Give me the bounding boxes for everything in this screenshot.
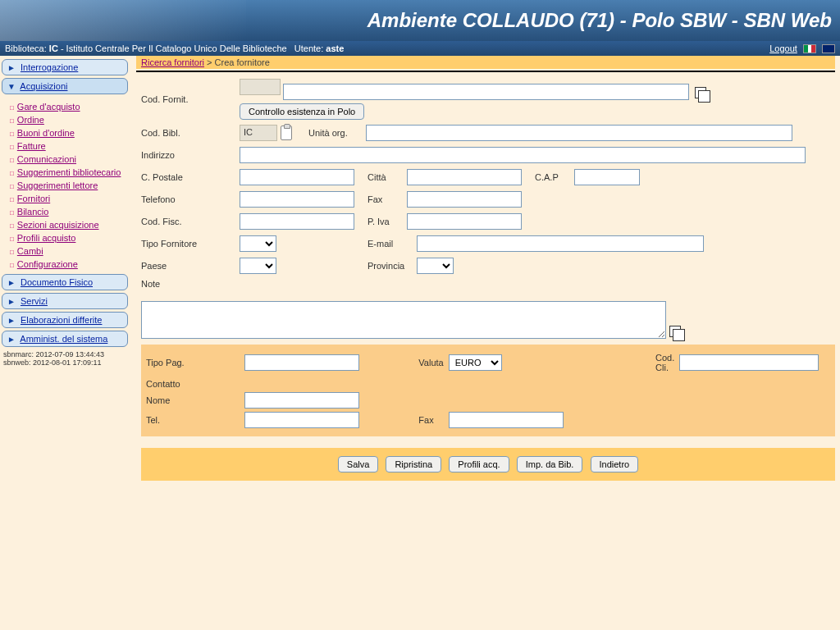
logout-link[interactable]: Logout [769,43,797,53]
flag-en-icon[interactable] [822,44,835,53]
label-fax: Fax [368,194,407,204]
valuta-select[interactable]: EURO [449,354,502,371]
contact-block: Tipo Pag. Valuta EURO Cod. Cli. Contatto… [141,345,835,436]
note-textarea[interactable] [141,301,666,339]
submenu-gare[interactable]: Gare d'acquisto [17,102,80,112]
paese-select[interactable] [240,258,276,274]
cod-fornit-code [240,79,281,95]
label-paese: Paese [141,261,240,271]
submenu-sugg-lettore[interactable]: Suggerimenti lettore [17,180,98,190]
label-tel: Tel. [146,410,244,430]
tipo-fornitore-select[interactable] [240,235,276,252]
menu-interrogazione-link[interactable]: Interrogazione [21,62,78,72]
label-nome: Nome [146,390,244,410]
submenu-sugg-biblio[interactable]: Suggerimenti bibliotecario [17,167,121,177]
submenu-comunicazioni[interactable]: Comunicazioni [17,154,76,164]
nome-input[interactable] [244,392,359,409]
chevron-right-icon: ► [7,335,16,344]
menu-elaborazioni[interactable]: ► Elaborazioni differite [2,312,128,328]
breadcrumb-current: Crea fornitore [215,57,270,67]
email-input[interactable] [417,235,704,252]
chevron-down-icon: ▼ [7,82,16,91]
label-tipo-pag: Tipo Pag. [146,351,244,374]
menu-documento[interactable]: ► Documento Fisico [2,274,128,290]
label-cod-fisc: Cod. Fisc. [141,217,240,226]
biblioteca-name: - Istituto Centrale Per Il Catalogo Unic… [61,43,287,53]
sidebar: ► Interrogazione ▼ Acquisizioni □Gare d'… [0,56,131,486]
label-tipo-fornitore: Tipo Fornitore [141,239,240,249]
chevron-right-icon: ► [7,297,16,306]
submenu-profili[interactable]: Profili acquisto [17,233,76,243]
label-provincia: Provincia [368,261,417,271]
utente-label: Utente: [294,43,323,53]
menu-acquisizioni-link[interactable]: Acquisizioni [20,81,67,91]
label-cod-bibl: Cod. Bibl. [141,128,240,138]
main-content: Ricerca fornitori > Crea fornitore Cod. … [131,56,840,486]
app-title: Ambiente COLLAUDO (71) - Polo SBW - SBN … [368,9,832,31]
ts-sbnweb: sbnweb: 2012-08-01 17:09:11 [3,358,128,367]
biblioteca-code: IC [49,43,58,53]
indietro-button[interactable]: Indietro [591,456,639,472]
chevron-right-icon: ► [7,278,16,287]
indirizzo-input[interactable] [240,147,806,163]
piva-input[interactable] [407,213,522,230]
menu-interrogazione[interactable]: ► Interrogazione [2,59,128,75]
submenu-sezioni[interactable]: Sezioni acquisizione [17,220,99,230]
label-cod-fornit: Cod. Fornit. [141,94,240,104]
menu-documento-link[interactable]: Documento Fisico [21,277,93,287]
menu-acquisizioni[interactable]: ▼ Acquisizioni [2,78,128,94]
button-bar: Salva Ripristina Profili acq. Imp. da Bi… [141,448,835,481]
cod-fornit-name[interactable] [283,84,689,100]
cod-bibl-value: IC [240,125,277,141]
profili-acq-button[interactable]: Profili acq. [449,456,509,472]
tel-input[interactable] [244,412,359,428]
controllo-button[interactable]: Controllo esistenza in Polo [240,103,364,120]
label-cod-cli: Cod. Cli. [573,351,679,374]
label-unita-org: Unità org. [308,128,366,138]
submenu-cambi[interactable]: Cambi [17,246,43,256]
citta-input[interactable] [407,169,522,185]
menu-amminist-link[interactable]: Amminist. del sistema [20,334,107,344]
submenu-fatture[interactable]: Fatture [17,141,46,151]
provincia-select[interactable] [417,258,454,274]
unita-org-input[interactable] [366,125,792,141]
menu-servizi-link[interactable]: Servizi [21,296,48,306]
ripristina-button[interactable]: Ripristina [386,456,441,472]
label-contatto: Contatto [146,374,830,390]
label-valuta: Valuta [369,351,448,374]
menu-servizi[interactable]: ► Servizi [2,293,128,309]
chevron-right-icon: ► [7,63,16,72]
submenu-acquisizioni: □Gare d'acquisto □Ordine □Buoni d'ordine… [2,97,128,274]
fax2-input[interactable] [449,412,564,428]
label-telefono: Telefono [141,194,240,204]
menu-amminist[interactable]: ► Amminist. del sistema [2,331,128,347]
copy-icon[interactable] [669,326,681,337]
tipo-pag-input[interactable] [244,354,359,371]
submenu-buoni[interactable]: Buoni d'ordine [17,128,75,138]
menu-elaborazioni-link[interactable]: Elaborazioni differite [21,315,102,325]
copy-icon[interactable] [695,87,706,98]
label-email: E-mail [368,239,417,249]
top-bar: Biblioteca: IC - Istituto Centrale Per I… [0,41,840,56]
cpostale-input[interactable] [240,169,354,185]
fax-input[interactable] [407,191,522,208]
breadcrumb-link[interactable]: Ricerca fornitori [141,57,204,67]
submenu-config[interactable]: Configurazione [17,259,78,269]
cod-fisc-input[interactable] [240,213,354,230]
telefono-input[interactable] [240,191,354,208]
salva-button[interactable]: Salva [338,456,379,472]
label-citta: Città [368,172,407,182]
breadcrumb: Ricerca fornitori > Crea fornitore [136,56,835,69]
flag-it-icon[interactable] [803,44,816,53]
label-cap: C.A.P [535,172,574,182]
clipboard-icon[interactable] [281,126,292,140]
submenu-bilancio[interactable]: Bilancio [17,207,49,217]
submenu-fornitori[interactable]: Fornitori [17,194,50,203]
cod-cli-input[interactable] [679,354,819,371]
imp-da-bib-button[interactable]: Imp. da Bib. [517,456,583,472]
biblioteca-label: Biblioteca: [5,43,47,53]
chevron-right-icon: ► [7,316,16,325]
label-piva: P. Iva [368,217,407,226]
submenu-ordine[interactable]: Ordine [17,115,44,125]
cap-input[interactable] [574,169,640,185]
